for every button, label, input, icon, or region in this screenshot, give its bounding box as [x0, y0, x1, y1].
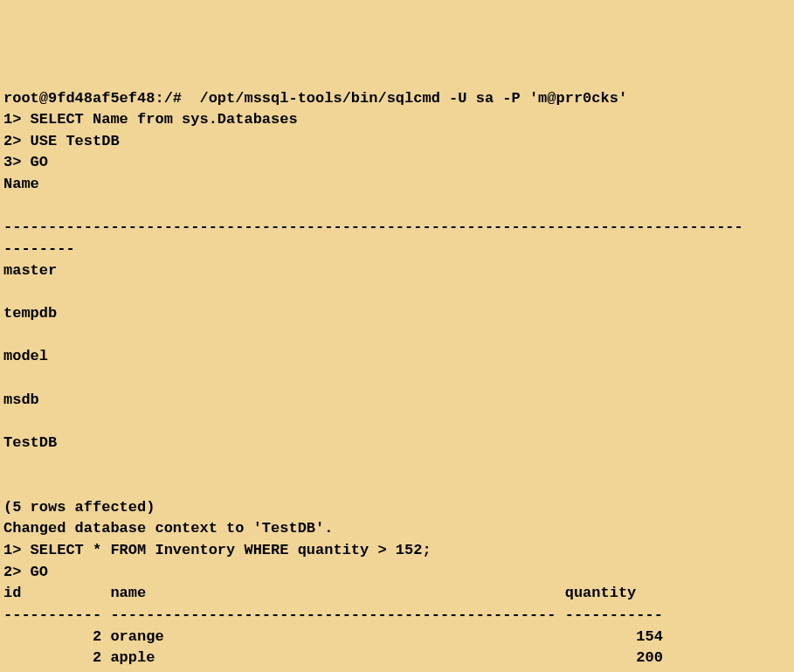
- sql-input-line[interactable]: 1> SELECT * FROM Inventory WHERE quantit…: [3, 540, 791, 562]
- sql-input-line[interactable]: 1> SELECT Name from sys.Databases: [3, 109, 791, 131]
- table-divider: ----------- ----------------------------…: [3, 605, 791, 627]
- output-row: model: [3, 346, 791, 368]
- output-blank: [3, 411, 791, 433]
- sql-input-line[interactable]: 3> GO: [3, 152, 791, 174]
- output-status: Changed database context to 'TestDB'.: [3, 518, 791, 540]
- output-header: Name: [3, 174, 791, 196]
- output-row: master: [3, 260, 791, 282]
- terminal-prompt-line[interactable]: root@9fd48af5ef48:/# /opt/mssql-tools/bi…: [3, 88, 791, 110]
- output-row: tempdb: [3, 303, 791, 325]
- output-row: TestDB: [3, 433, 791, 454]
- output-blank: [3, 368, 791, 390]
- output-blank: [3, 325, 791, 347]
- output-divider: --------: [3, 239, 791, 260]
- output-row: msdb: [3, 390, 791, 412]
- output-divider: ----------------------------------------…: [3, 217, 791, 239]
- output-blank: [3, 196, 791, 218]
- output-blank: [3, 454, 791, 475]
- table-header: id name quantity: [3, 583, 791, 605]
- table-row: 2 apple 200: [3, 648, 791, 669]
- sql-input-line[interactable]: 2> USE TestDB: [3, 131, 791, 153]
- output-status: (5 rows affected): [3, 497, 791, 519]
- table-row: 2 orange 154: [3, 627, 791, 648]
- output-blank: [3, 281, 791, 303]
- sql-input-line[interactable]: 2> GO: [3, 562, 791, 584]
- output-blank: [3, 475, 791, 497]
